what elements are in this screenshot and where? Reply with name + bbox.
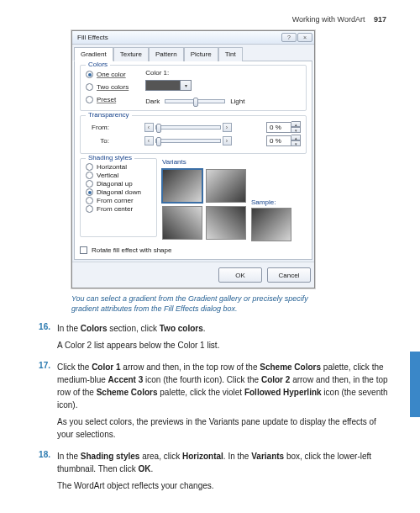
colors-group-title: Colors	[86, 61, 110, 68]
tab-texture[interactable]: Texture	[113, 47, 149, 61]
radio-vertical[interactable]	[86, 172, 93, 179]
page-header: Working with WordArt 917	[0, 0, 420, 30]
t: arrow and then, in the top row of the	[121, 362, 260, 372]
step-list: 16. In the Colors section, click Two col…	[35, 322, 390, 496]
radio-horizontal[interactable]	[86, 163, 93, 171]
thumb-tab	[410, 352, 420, 417]
step-number: 16.	[35, 322, 50, 356]
step-number: 17.	[35, 361, 50, 445]
t: OK	[139, 464, 151, 473]
rotate-checkbox[interactable]	[80, 246, 87, 254]
to-spinner[interactable]: 0 % ▴▾	[266, 135, 301, 146]
label-diagonal-down: Diagonal down	[97, 188, 141, 196]
to-value[interactable]: 0 %	[266, 135, 291, 146]
t: area, click	[139, 452, 182, 461]
radio-from-center[interactable]	[86, 205, 93, 213]
t: The WordArt object reflects your changes…	[57, 479, 390, 492]
figure-caption: You can select a gradient from the Gradi…	[71, 294, 323, 314]
label-dark: Dark	[145, 98, 160, 105]
t: Scheme Colors	[97, 388, 158, 397]
tab-gradient[interactable]: Gradient	[74, 47, 113, 61]
t: Colors	[81, 324, 108, 333]
label-from: From:	[86, 124, 109, 131]
page-number: 917	[374, 15, 386, 24]
arrow-right-icon[interactable]: ›	[223, 123, 232, 132]
label-vertical: Vertical	[97, 172, 118, 179]
variant-4[interactable]	[206, 206, 246, 240]
shading-group: Shading styles Horizontal Vertical Diago…	[80, 158, 157, 237]
variants-label: Variants	[162, 158, 246, 166]
to-slider[interactable]	[155, 139, 221, 143]
step-17: 17. Click the Color 1 arrow and then, in…	[35, 361, 390, 445]
t: section, click	[107, 324, 159, 333]
chevron-down-icon[interactable]: ▾	[291, 127, 301, 133]
t: Variants	[251, 452, 284, 461]
tab-tint[interactable]: Tint	[218, 47, 243, 61]
radio-preset[interactable]	[86, 96, 93, 103]
chevron-up-icon[interactable]: ▴	[291, 135, 301, 140]
label-preset: Preset	[97, 96, 116, 103]
t: Shading styles	[81, 452, 140, 461]
from-value[interactable]: 0 %	[266, 122, 291, 133]
gradient-panel: Colors One color Two colors Preset Color…	[74, 61, 312, 260]
transparency-group: Transparency From: ‹ › 0 % ▴▾ To:	[80, 115, 307, 154]
tab-picture[interactable]: Picture	[184, 47, 218, 61]
label-diagonal-up: Diagonal up	[97, 180, 133, 188]
t: Click the	[57, 362, 92, 372]
t: Horizontal	[182, 452, 223, 461]
step-number: 18.	[35, 450, 50, 496]
cancel-button[interactable]: Cancel	[267, 267, 311, 283]
slider-thumb[interactable]	[156, 124, 161, 133]
header-section: Working with WordArt	[292, 15, 365, 24]
radio-two-colors[interactable]	[86, 83, 93, 91]
ok-button[interactable]: OK	[218, 267, 262, 283]
t: . In the	[223, 452, 251, 461]
radio-one-color[interactable]	[86, 71, 93, 78]
rotate-label: Rotate fill effect with shape	[92, 246, 171, 254]
chevron-up-icon[interactable]: ▴	[291, 121, 301, 127]
help-icon[interactable]: ?	[281, 33, 297, 42]
arrow-left-icon[interactable]: ‹	[144, 123, 154, 132]
t: Followed Hyperlink	[244, 388, 322, 397]
slider-thumb[interactable]	[193, 98, 198, 107]
t: As you select colors, the previews in th…	[57, 415, 390, 441]
label-horizontal: Horizontal	[97, 163, 127, 171]
label-to: To:	[86, 137, 109, 145]
tab-pattern[interactable]: Pattern	[149, 47, 184, 61]
radio-diagonal-up[interactable]	[86, 180, 93, 188]
t: Two colors	[160, 324, 203, 333]
t: icon (the fourth icon). Click the	[143, 375, 261, 384]
radio-from-corner[interactable]	[86, 197, 93, 204]
radio-diagonal-down[interactable]	[86, 188, 93, 196]
t: In the	[57, 452, 81, 461]
chevron-down-icon[interactable]: ▾	[181, 80, 192, 91]
from-slider[interactable]	[155, 125, 221, 130]
chevron-down-icon[interactable]: ▾	[291, 140, 301, 146]
from-spinner[interactable]: 0 % ▴▾	[266, 121, 301, 133]
variant-3[interactable]	[162, 206, 202, 240]
tab-strip: Gradient Texture Pattern Picture Tint	[72, 45, 314, 61]
t: .	[151, 464, 154, 473]
dark-light-slider[interactable]	[165, 99, 225, 103]
label-one-color: One color	[97, 71, 126, 78]
t: .	[203, 324, 206, 333]
dialog-buttons: OK Cancel	[72, 262, 314, 288]
variants-area: Variants Sample:	[162, 158, 307, 241]
t: Scheme Colors	[260, 362, 321, 372]
t: A Color 2 list appears below the Color 1…	[57, 339, 390, 352]
color1-swatch	[145, 80, 181, 91]
label-two-colors: Two colors	[97, 83, 129, 91]
slider-thumb[interactable]	[156, 137, 161, 146]
arrow-left-icon[interactable]: ‹	[144, 136, 154, 145]
variant-2[interactable]	[206, 169, 246, 203]
dialog-screenshot: Fill Effects ? × Gradient Texture Patter…	[71, 30, 315, 288]
variant-1[interactable]	[162, 169, 202, 203]
label-from-corner: From corner	[97, 197, 134, 204]
transparency-group-title: Transparency	[86, 111, 132, 119]
dialog-title: Fill Effects	[77, 34, 108, 41]
close-icon[interactable]: ×	[297, 33, 312, 42]
arrow-right-icon[interactable]: ›	[223, 136, 232, 145]
color1-combo[interactable]: ▾	[145, 80, 244, 91]
t: In the	[57, 324, 81, 333]
fill-effects-dialog: Fill Effects ? × Gradient Texture Patter…	[71, 30, 315, 288]
